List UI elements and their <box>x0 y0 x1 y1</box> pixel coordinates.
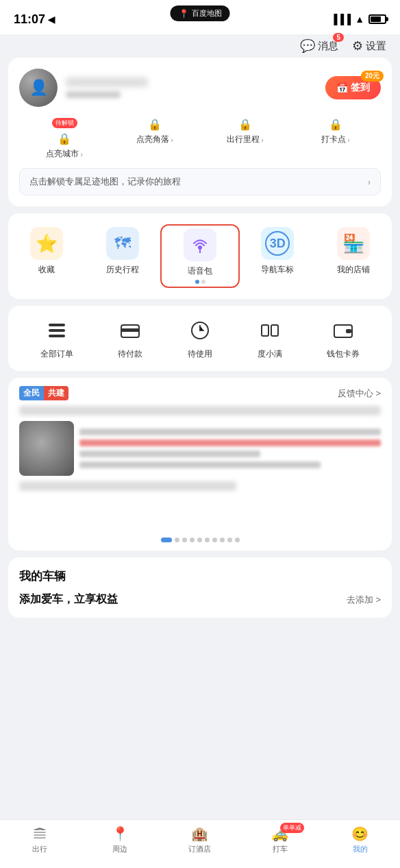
profile-left: 👤 <box>19 69 148 107</box>
pending-pay-icon <box>116 317 144 344</box>
svg-rect-3 <box>49 329 65 332</box>
map-pin-icon: 📍 <box>179 9 189 19</box>
pager-dot-3 <box>182 538 187 542</box>
top-action-bar: 💬 消息 5 ⚙ 设置 <box>0 34 400 58</box>
order-row: 全部订单 待付款 待使用 度小满 钱包卡券 <box>8 306 392 371</box>
pager-dot-8 <box>220 538 225 542</box>
status-bar: 11:07 ◀ 📍 百度地图 ▐▐▐ ▲ <box>0 0 400 34</box>
bottom-nav: 出行 📍 周边 🏨 订酒店 单单减 🚕 打车 😊 我的 <box>0 819 400 868</box>
pager-dot-5 <box>197 538 202 542</box>
taxi-badge: 单单减 <box>280 823 304 833</box>
signal-icon: ▐▐▐ <box>330 14 351 25</box>
nav-icon-bg: 3D <box>261 227 294 260</box>
lock-icon: 🔒 <box>238 118 252 131</box>
unlock-item-city[interactable]: 待解锁 🔒 点亮城市 › <box>19 118 110 160</box>
order-wallet[interactable]: 钱包卡券 <box>327 317 360 360</box>
avatar-image: 👤 <box>19 69 58 107</box>
svg-rect-6 <box>121 328 139 332</box>
profile-subtitle <box>66 91 121 98</box>
community-tag: 全民 共建 <box>19 386 68 400</box>
checkin-button[interactable]: 20元 📅 签到 <box>325 76 381 99</box>
nearby-nav-icon: 📍 <box>112 825 129 842</box>
store-icon-bg: 🏪 <box>337 227 370 260</box>
order-pending-use[interactable]: 待使用 <box>186 317 214 360</box>
vehicle-cta: 添加爱车，立享权益 去添加 > <box>19 592 381 607</box>
pending-use-icon <box>186 317 214 344</box>
app-title-bar: 📍 百度地图 <box>171 5 230 21</box>
settings-button[interactable]: ⚙ 设置 <box>352 38 386 53</box>
content-blur-line-1 <box>19 406 381 415</box>
content-text-blur-4 <box>79 461 321 468</box>
unlock-item-corner[interactable]: 🔒 点亮角落 › <box>110 118 200 160</box>
pager-dot-4 <box>190 538 195 542</box>
wallet-icon <box>329 317 357 344</box>
message-button[interactable]: 💬 消息 5 <box>300 38 338 53</box>
message-badge: 5 <box>333 33 344 42</box>
status-time: 11:07 ◀ <box>14 12 55 27</box>
wifi-icon: ▲ <box>355 14 364 25</box>
checkin-badge: 20元 <box>361 71 384 82</box>
feedback-link[interactable]: 反馈中心 > <box>338 387 381 400</box>
quick-menu-nav-icon[interactable]: 3D 导航车标 <box>240 224 316 278</box>
quick-menu-history[interactable]: 🗺 历史行程 <box>84 224 160 278</box>
profile-header: 👤 20元 📅 签到 <box>19 69 381 107</box>
community-text-block <box>79 421 381 476</box>
community-content <box>8 406 392 529</box>
community-thumbnail <box>19 421 74 476</box>
svg-rect-2 <box>49 324 65 326</box>
quick-menu-row: ⭐ 收藏 🗺 历史行程 语音包 <box>8 224 392 288</box>
section-title: 我的车辆 <box>19 568 381 584</box>
order-duxiaoman[interactable]: 度小满 <box>256 317 284 360</box>
pager-dot-7 <box>212 538 217 542</box>
unlock-item-miles[interactable]: 🔒 出行里程 › <box>200 118 290 160</box>
nav-item-nearby[interactable]: 📍 周边 <box>80 825 160 854</box>
quick-menu-favorites[interactable]: ⭐ 收藏 <box>8 224 84 278</box>
svg-point-0 <box>198 245 202 250</box>
history-icon-bg: 🗺 <box>106 227 139 260</box>
content-text-blur-3 <box>79 450 260 457</box>
pager-dot-2 <box>175 538 179 542</box>
nav-direction-icon: ◀ <box>48 14 55 25</box>
nav-item-taxi[interactable]: 单单减 🚕 打车 <box>240 825 320 854</box>
add-vehicle-link[interactable]: 去添加 > <box>347 594 381 606</box>
favorites-icon-bg: ⭐ <box>30 227 63 260</box>
my-vehicles: 我的车辆 添加爱车，立享权益 去添加 > <box>8 557 392 618</box>
pager-dot-10 <box>235 538 240 542</box>
lock-icon: 🔒 <box>148 118 162 131</box>
travel-banner[interactable]: 点击解锁专属足迹地图，记录你的旅程 › <box>19 168 381 195</box>
quick-menu-my-store[interactable]: 🏪 我的店铺 <box>316 224 392 278</box>
order-all[interactable]: 全部订单 <box>40 317 73 360</box>
content-text-blur-1 <box>79 429 381 435</box>
community-header: 全民 共建 反馈中心 > <box>8 378 392 406</box>
svg-rect-8 <box>262 325 268 336</box>
message-icon: 💬 <box>300 38 315 53</box>
travel-banner-arrow-icon: › <box>368 177 371 187</box>
nav-item-hotel[interactable]: 🏨 订酒店 <box>160 825 240 854</box>
order-pending-pay[interactable]: 待付款 <box>116 317 144 360</box>
star-icon: ⭐ <box>36 233 58 254</box>
duxiaoman-icon <box>256 317 284 344</box>
profile-name <box>66 77 148 87</box>
checkin-icon: 📅 <box>336 82 348 93</box>
profile-info <box>66 77 148 98</box>
pager-dots <box>8 529 392 551</box>
community-section: 全民 共建 反馈中心 > <box>8 378 392 551</box>
content-blur-line-2 <box>19 481 236 491</box>
svg-rect-4 <box>49 335 65 337</box>
mine-nav-icon: 😊 <box>351 825 368 842</box>
community-image-row <box>19 421 381 476</box>
svg-rect-11 <box>346 329 351 333</box>
quick-menu-voice-pack[interactable]: 语音包 <box>160 224 239 288</box>
all-orders-icon <box>43 317 71 344</box>
threed-icon: 3D <box>265 231 290 256</box>
status-indicators: ▐▐▐ ▲ <box>330 14 386 25</box>
travel-nav-icon <box>32 825 48 842</box>
profile-card: 👤 20元 📅 签到 待解锁 🔒 点亮城市 › 🔒 <box>8 58 392 206</box>
avatar: 👤 <box>19 69 58 107</box>
unlock-item-checkin[interactable]: 🔒 打卡点 › <box>290 118 381 160</box>
wifi-broadcast-icon <box>189 234 211 256</box>
hotel-nav-icon: 🏨 <box>191 825 208 842</box>
nav-item-travel[interactable]: 出行 <box>0 825 80 854</box>
content-text-blur-2 <box>79 439 381 446</box>
nav-item-mine[interactable]: 😊 我的 <box>320 825 400 854</box>
